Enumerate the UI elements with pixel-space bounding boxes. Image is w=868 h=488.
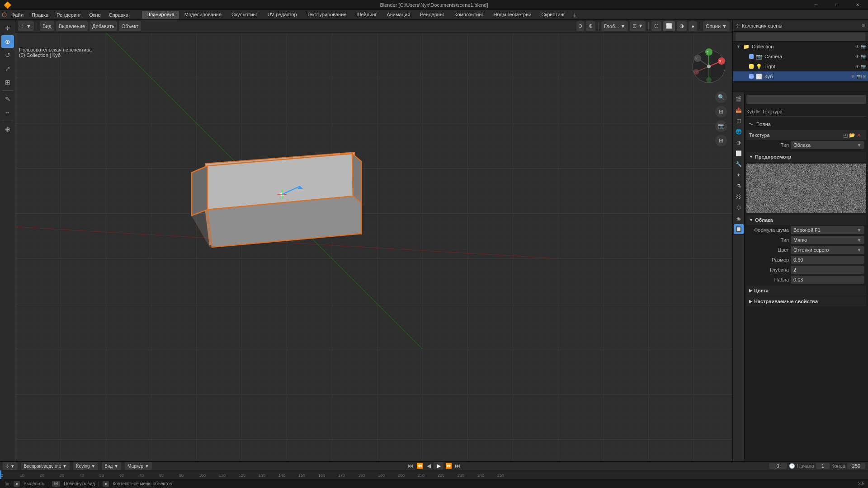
start-frame-field[interactable]: 1 (816, 463, 830, 469)
shading-rendered-button[interactable]: ● (689, 21, 697, 31)
snap-button[interactable]: ⊙ (576, 21, 584, 31)
camera-visibility-icon[interactable]: 👁 (855, 54, 860, 59)
proportional-edit-button[interactable]: ⊚ (586, 21, 595, 31)
current-frame-field[interactable]: 0 (769, 463, 787, 469)
outliner-filter-button[interactable]: ⚙ (861, 23, 865, 28)
cube-render-icon[interactable]: 📷 (856, 74, 862, 79)
window-menu[interactable]: Окно (85, 11, 104, 19)
modifier-props-button[interactable]: 🔧 (734, 159, 744, 169)
shading-material-button[interactable]: ◑ (677, 21, 687, 31)
shading-solid-button[interactable]: ⬜ (663, 21, 675, 31)
light-visibility-icon[interactable]: 👁 (855, 64, 860, 69)
keying-button[interactable]: Keying ▼ (73, 462, 98, 470)
camera-view-button[interactable]: 📷 (715, 120, 727, 132)
type-value-dropdown[interactable]: Облака ▼ (791, 141, 864, 149)
camera-render-icon[interactable]: 📷 (861, 54, 866, 59)
step-forward-button[interactable]: ⏩ (444, 462, 453, 469)
annotate-tool-button[interactable]: ✎ (1, 93, 14, 105)
xray-button[interactable]: ⬡ (651, 21, 661, 31)
formula-dropdown[interactable]: Вороной F1 ▼ (791, 226, 864, 234)
custom-props-section-header[interactable]: ▶ Настраиваемые свойства (746, 296, 866, 306)
type2-dropdown[interactable]: Мягко ▼ (791, 236, 864, 244)
preview-section-header[interactable]: ▼ Предпросмотр (746, 152, 866, 162)
outliner-item-light[interactable]: 💡 Light 👁 📷 (733, 61, 868, 71)
outliner-item-cube[interactable]: ⬜ Куб 👁 📷 ⊞ (733, 71, 868, 81)
world-props-button[interactable]: ◑ (734, 137, 744, 147)
depth-value-field[interactable]: 2 (791, 266, 864, 274)
add-tool-button[interactable]: ⊕ (1, 123, 14, 136)
timeline-ruler[interactable]: 0 10 20 30 40 50 60 70 80 90 100 110 120… (0, 470, 868, 479)
viewport[interactable]: ⊹ ▼ Вид Выделение Добавить Объект ⊙ ⊚ Гл… (15, 20, 732, 461)
light-render-icon[interactable]: 📷 (861, 64, 866, 69)
texture-new-icon[interactable]: ◰ (843, 132, 848, 138)
global-local-button[interactable]: Глоб... ▼ (601, 21, 628, 31)
options-button[interactable]: Опции ▼ (703, 21, 730, 31)
workspace-sculpting[interactable]: Скульптинг (227, 11, 262, 19)
transform-tool-button[interactable]: ⊞ (1, 76, 14, 89)
clouds-section-header[interactable]: ▼ Облака (746, 215, 866, 225)
breadcrumb-cube[interactable]: Куб (746, 109, 755, 114)
workspace-modeling[interactable]: Моделирование (180, 11, 226, 19)
particles-props-button[interactable]: ✦ (734, 170, 744, 180)
workspace-rendering[interactable]: Рендеринг (415, 11, 449, 19)
viewport-3d[interactable]: Пользовательская перспектива (0) Collect… (15, 33, 732, 461)
color-dropdown[interactable]: Оттенки серого ▼ (791, 246, 864, 254)
step-back-button[interactable]: ⏪ (415, 462, 424, 469)
add-workspace-button[interactable]: + (571, 11, 579, 19)
marker-button[interactable]: Маркер ▼ (125, 462, 152, 470)
navigation-gizmo[interactable]: X Y Z (691, 48, 727, 84)
workspace-animation[interactable]: Анимация (382, 11, 415, 19)
render-menu[interactable]: Рендеринг (53, 11, 85, 19)
pivot-button[interactable]: ⊡ ▼ (630, 21, 646, 31)
editor-type-button[interactable]: ⊹ ▼ (18, 21, 34, 31)
scene-props-button[interactable]: 🌐 (734, 127, 744, 136)
file-menu[interactable]: Файл (8, 11, 27, 19)
close-button[interactable]: ✕ (847, 0, 868, 10)
workspace-uv[interactable]: UV-редактор (263, 11, 302, 19)
edit-menu[interactable]: Правка (28, 11, 52, 19)
outliner-item-camera[interactable]: 📷 Camera 👁 📷 (733, 52, 868, 61)
play-button[interactable]: ▶ (434, 462, 443, 469)
workspace-scripting[interactable]: Скриптинг (537, 11, 570, 19)
constraints-props-button[interactable]: ⛓ (734, 192, 744, 202)
workspace-texture[interactable]: Текстурирование (302, 11, 351, 19)
physics-props-button[interactable]: ⚗ (734, 181, 744, 191)
jump-start-button[interactable]: ⏮ (406, 462, 415, 469)
material-props-button[interactable]: ◉ (734, 213, 744, 223)
workspace-shading[interactable]: Шейдинг (352, 11, 381, 19)
view-button[interactable]: Вид ▼ (102, 462, 121, 470)
output-props-button[interactable]: 📤 (734, 105, 744, 115)
help-menu[interactable]: Справка (105, 11, 132, 19)
view-menu-button[interactable]: Вид (40, 21, 54, 31)
workspace-compositing[interactable]: Композитинг (450, 11, 488, 19)
colors-section-header[interactable]: ▶ Цвета (746, 286, 866, 296)
grid-view-button[interactable]: ⊞ (715, 135, 727, 146)
move-tool-button[interactable]: ⊕ (1, 35, 14, 48)
play-back-button[interactable]: ◀ (425, 462, 433, 469)
texture-props-button[interactable]: 🔲 (734, 224, 744, 234)
jump-end-button[interactable]: ⏭ (453, 462, 462, 469)
measure-tool-button[interactable]: ↔ (1, 106, 14, 119)
end-frame-field[interactable]: 250 (847, 463, 865, 469)
size-value-field[interactable]: 0.60 (791, 256, 864, 264)
texture-close-icon[interactable]: ✕ (857, 132, 861, 138)
add-menu-button[interactable]: Добавить (90, 21, 117, 31)
texture-open-icon[interactable]: 📂 (849, 132, 855, 138)
object-menu-button[interactable]: Объект (119, 21, 141, 31)
minimize-button[interactable]: ─ (806, 0, 826, 10)
maximize-button[interactable]: □ (826, 0, 847, 10)
collection-visibility-icon[interactable]: 👁 (855, 44, 860, 49)
nabla-value-field[interactable]: 0.03 (791, 276, 864, 284)
select-menu-button[interactable]: Выделение (56, 21, 88, 31)
breadcrumb-texture[interactable]: Текстура (762, 109, 782, 114)
collection-render-icon[interactable]: 📷 (861, 44, 866, 49)
outliner-item-collection[interactable]: ▼ 📁 Collection 👁 📷 (733, 42, 868, 52)
cursor-tool-button[interactable]: ✛ (1, 22, 14, 34)
render-props-button[interactable]: 🎬 (734, 94, 744, 104)
cube-visibility-icon[interactable]: 👁 (851, 74, 855, 79)
workspace-layout[interactable]: Планировка (142, 11, 179, 19)
data-props-button[interactable]: ⬡ (734, 202, 744, 212)
cube-filter-icon[interactable]: ⊞ (863, 74, 866, 79)
zoom-in-button[interactable]: 🔍 (715, 91, 727, 103)
scale-tool-button[interactable]: ⤢ (1, 62, 14, 75)
